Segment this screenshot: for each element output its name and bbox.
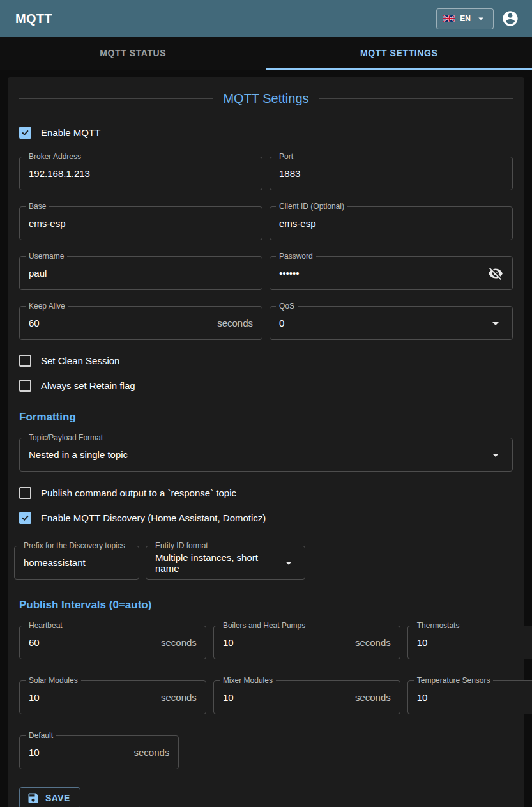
mqtt-discovery-checkbox[interactable]: Enable MQTT Discovery (Home Assistant, D… [19,512,513,524]
save-button[interactable]: SAVE [19,787,80,807]
tab-bar: MQTT STATUS MQTT SETTINGS [0,37,532,70]
default-interval-field: Default seconds [19,735,179,769]
mixer-interval-field: Mixer Modules seconds [213,680,400,714]
dropdown-arrow-icon [282,556,296,570]
save-button-label: SAVE [45,793,70,803]
visibility-off-icon[interactable] [488,266,503,281]
thermostats-interval-field: Thermostats seconds [407,626,532,659]
dropdown-arrow-icon [488,447,503,463]
topic-format-value: Nested in a single topic [29,449,488,460]
language-selector[interactable]: EN [436,8,494,29]
chevron-down-icon [475,13,487,24]
uk-flag-icon [443,15,455,22]
save-icon [27,792,40,804]
seconds-adornment: seconds [217,318,253,328]
boilers-interval-input[interactable] [223,637,350,648]
keep-alive-field: Keep Alive seconds [19,306,262,340]
mixer-interval-input[interactable] [223,692,350,703]
checkbox-unchecked-icon [19,380,31,392]
section-title: MQTT Settings [19,91,513,106]
publish-response-checkbox[interactable]: Publish command output to a `response` t… [19,487,513,499]
app-title: MQTT [15,12,52,26]
seconds-adornment: seconds [355,692,391,703]
account-circle-icon[interactable] [501,10,519,27]
default-interval-input[interactable] [29,747,128,758]
heartbeat-interval-field: Heartbeat seconds [19,626,206,659]
port-input[interactable] [279,168,503,179]
qos-select[interactable]: QoS 0 [270,306,513,340]
mqtt-settings-card: MQTT Settings Enable MQTT Broker Address… [8,77,524,807]
base-field: Base [19,206,262,240]
username-input[interactable] [29,268,253,279]
solar-interval-field: Solar Modules seconds [19,680,206,714]
username-field: Username [19,256,262,290]
solar-interval-input[interactable] [29,692,156,703]
qos-value: 0 [279,318,488,328]
entity-id-format-value: Multiple instances, short name [155,552,282,574]
port-field: Port [270,157,513,190]
entity-id-format-select[interactable]: Entity ID format Multiple instances, sho… [146,546,305,580]
checkbox-unchecked-icon [19,487,31,499]
seconds-adornment: seconds [161,692,197,703]
checkbox-checked-icon [19,127,31,139]
seconds-adornment: seconds [355,637,391,648]
discovery-prefix-field: Prefix for the Discovery topics [14,546,139,580]
discovery-prefix-input[interactable] [24,557,130,568]
heartbeat-interval-input[interactable] [29,637,156,648]
section-title-text: MQTT Settings [223,91,308,106]
temperature-interval-field: Temperature Sensors seconds [407,680,532,714]
topic-format-select[interactable]: Topic/Payload Format Nested in a single … [19,438,513,472]
enable-mqtt-checkbox[interactable]: Enable MQTT [19,127,513,139]
password-input[interactable] [279,268,483,279]
clean-session-checkbox[interactable]: Set Clean Session [19,355,513,367]
formatting-heading: Formatting [19,411,513,424]
tab-mqtt-settings[interactable]: MQTT SETTINGS [266,37,532,70]
keep-alive-input[interactable] [29,318,212,328]
seconds-adornment: seconds [133,747,169,758]
client-id-field: Client ID (Optional) [270,206,513,240]
broker-address-field: Broker Address [19,157,262,190]
boilers-interval-field: Boilers and Heat Pumps seconds [213,626,400,659]
checkbox-checked-icon [19,512,31,524]
checkbox-unchecked-icon [19,355,31,367]
base-input[interactable] [29,218,253,229]
thermostats-interval-input[interactable] [417,637,532,648]
app-bar: MQTT EN [0,0,532,37]
client-id-input[interactable] [279,218,503,229]
retain-flag-checkbox[interactable]: Always set Retain flag [19,380,513,392]
seconds-adornment: seconds [161,637,197,648]
temperature-interval-input[interactable] [417,692,532,703]
dropdown-arrow-icon [488,316,503,331]
broker-address-input[interactable] [29,168,253,179]
password-field: Password [270,256,513,290]
publish-intervals-heading: Publish Intervals (0=auto) [19,599,513,611]
tab-mqtt-status[interactable]: MQTT STATUS [0,37,266,70]
language-label: EN [460,14,471,23]
